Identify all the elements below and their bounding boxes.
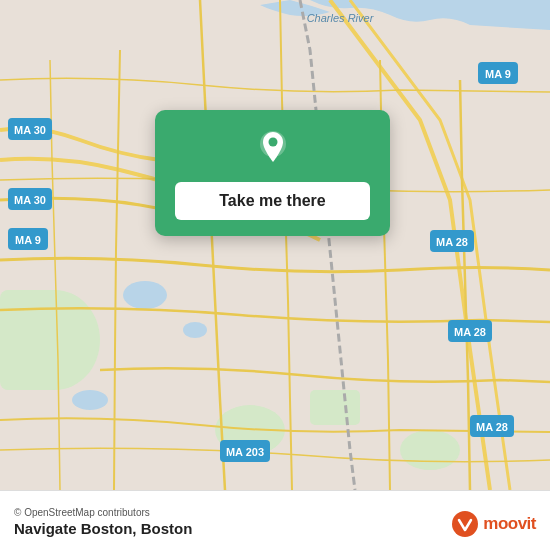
location-pin-icon bbox=[251, 128, 295, 172]
svg-text:MA 9: MA 9 bbox=[485, 68, 511, 80]
navigation-popup: Take me there bbox=[155, 110, 390, 236]
svg-rect-8 bbox=[310, 390, 360, 425]
moovit-label: moovit bbox=[483, 514, 536, 534]
svg-text:MA 30: MA 30 bbox=[14, 124, 46, 136]
svg-point-7 bbox=[400, 430, 460, 470]
svg-text:Charles River: Charles River bbox=[307, 12, 375, 24]
svg-point-29 bbox=[268, 138, 277, 147]
svg-point-2 bbox=[183, 322, 207, 338]
svg-text:MA 28: MA 28 bbox=[476, 421, 508, 433]
svg-text:MA 30: MA 30 bbox=[14, 194, 46, 206]
moovit-logo[interactable]: moovit bbox=[451, 510, 536, 538]
svg-text:MA 9: MA 9 bbox=[15, 234, 41, 246]
moovit-icon bbox=[451, 510, 479, 538]
svg-point-30 bbox=[452, 511, 478, 537]
svg-point-1 bbox=[123, 281, 167, 309]
svg-rect-5 bbox=[0, 290, 60, 390]
svg-point-3 bbox=[72, 390, 108, 410]
map-view[interactable]: MA 30 MA 30 MA 9 MA 9 MA 9 MA 28 MA 28 M… bbox=[0, 0, 550, 490]
svg-text:MA 203: MA 203 bbox=[226, 446, 264, 458]
take-me-there-button[interactable]: Take me there bbox=[175, 182, 370, 220]
svg-text:MA 28: MA 28 bbox=[454, 326, 486, 338]
svg-text:MA 28: MA 28 bbox=[436, 236, 468, 248]
